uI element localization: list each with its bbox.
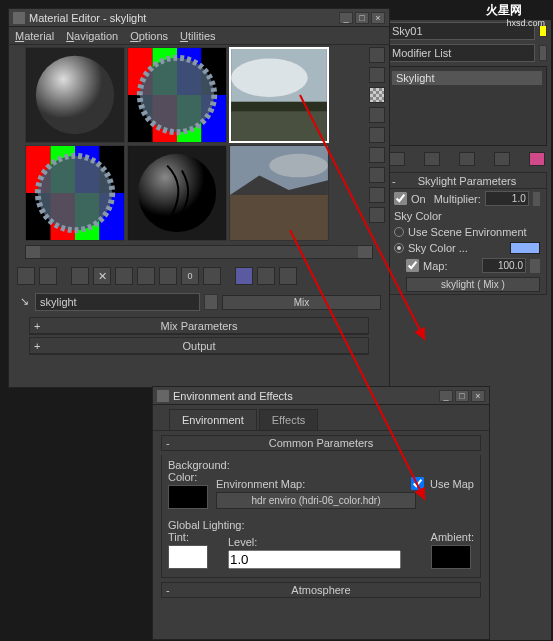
map-checkbox[interactable]	[406, 259, 419, 272]
modifier-list-dropdown[interactable]	[387, 44, 535, 62]
map-amount-spinner[interactable]	[530, 259, 540, 273]
use-scene-env-radio[interactable]	[394, 227, 404, 237]
go-forward-icon[interactable]	[279, 267, 297, 285]
show-map-icon[interactable]	[203, 267, 221, 285]
select-by-mat-icon[interactable]	[369, 187, 385, 203]
material-name-row: ↘ Mix	[9, 289, 389, 315]
tab-environment[interactable]: Environment	[169, 409, 257, 430]
name-dropdown-icon[interactable]	[204, 294, 218, 310]
material-type-button[interactable]: Mix	[222, 295, 381, 310]
level-label: Level:	[228, 536, 401, 548]
titlebar[interactable]: Material Editor - skylight _ □ ×	[9, 9, 389, 27]
pin-stack-icon[interactable]	[389, 152, 405, 166]
close-button[interactable]: ×	[471, 390, 485, 402]
rollout-header[interactable]: -Skylight Parameters	[388, 173, 546, 189]
menu-options[interactable]: Options	[130, 30, 168, 42]
reset-map-icon[interactable]: ✕	[93, 267, 111, 285]
rollout-header-mix[interactable]: +Mix Parameters	[30, 318, 368, 334]
close-button[interactable]: ×	[371, 12, 385, 24]
sample-slot-2[interactable]	[127, 47, 227, 143]
stack-toolbar	[383, 148, 551, 170]
watermark-url: hxsd.com	[506, 18, 545, 28]
make-copy-icon[interactable]	[115, 267, 133, 285]
global-lighting-label: Global Lighting:	[168, 519, 474, 531]
sample-slot-6[interactable]	[229, 145, 329, 241]
pick-material-icon[interactable]: ↘	[17, 295, 31, 309]
material-id-icon[interactable]: 0	[181, 267, 199, 285]
sample-slot-3[interactable]	[229, 47, 329, 143]
remove-modifier-icon[interactable]	[494, 152, 510, 166]
sky-color-label: Sky Color ...	[408, 242, 468, 254]
put-to-library-icon[interactable]	[159, 267, 177, 285]
background-icon[interactable]	[369, 87, 385, 103]
menu-utilities[interactable]: Utilities	[180, 30, 215, 42]
menu-material[interactable]: MMaterialaterial	[15, 30, 54, 42]
svg-rect-14	[231, 107, 327, 142]
modifier-stack[interactable]: Skylight	[387, 66, 547, 146]
multiplier-field[interactable]	[485, 191, 529, 206]
common-parameters-header[interactable]: -Common Parameters	[161, 435, 481, 451]
show-end-result-icon[interactable]	[424, 152, 440, 166]
show-end-result-icon[interactable]	[235, 267, 253, 285]
environment-effects-window: Environment and Effects _ □ × Environmen…	[152, 386, 490, 640]
background-label: Background:	[168, 459, 474, 471]
env-map-label: Environment Map:	[216, 478, 405, 490]
multiplier-label: Multiplier:	[434, 193, 481, 205]
rollout-header-output[interactable]: +Output	[30, 338, 368, 354]
maximize-button[interactable]: □	[355, 12, 369, 24]
dropdown-arrow-icon[interactable]	[539, 45, 547, 61]
map-label: Map:	[423, 260, 447, 272]
minimize-button[interactable]: _	[339, 12, 353, 24]
options-icon[interactable]	[369, 167, 385, 183]
sample-slot-4[interactable]	[25, 145, 125, 241]
map-amount-field[interactable]	[482, 258, 526, 273]
configure-sets-icon[interactable]	[529, 152, 545, 166]
get-material-icon[interactable]	[17, 267, 35, 285]
make-unique-icon[interactable]	[459, 152, 475, 166]
on-checkbox[interactable]	[394, 192, 407, 205]
env-titlebar[interactable]: Environment and Effects _ □ ×	[153, 387, 489, 405]
modifier-stack-item[interactable]: Skylight	[392, 71, 542, 85]
sample-scrollbar[interactable]	[25, 245, 373, 259]
minimize-button[interactable]: _	[439, 390, 453, 402]
ambient-swatch[interactable]	[431, 545, 471, 569]
go-to-parent-icon[interactable]	[257, 267, 275, 285]
background-group: Background: Color: Environment Map: Use …	[161, 455, 481, 578]
menu-navigation[interactable]: Navigation	[66, 30, 118, 42]
sky-color-radio[interactable]	[394, 243, 404, 253]
make-unique-icon[interactable]	[137, 267, 155, 285]
env-map-button[interactable]: hdr enviro (hdri-06_color.hdr)	[216, 492, 416, 509]
atmosphere-header[interactable]: -Atmosphere	[161, 582, 481, 598]
level-field[interactable]	[228, 550, 401, 569]
scroll-left-icon[interactable]	[26, 246, 40, 258]
mat-map-nav-icon[interactable]	[369, 207, 385, 223]
tab-effects[interactable]: Effects	[259, 409, 318, 430]
background-color-swatch[interactable]	[168, 485, 208, 509]
skylight-parameters-rollout: -Skylight Parameters On Multiplier: Sky …	[387, 172, 547, 295]
backlight-icon[interactable]	[369, 67, 385, 83]
video-check-icon[interactable]	[369, 127, 385, 143]
sky-color-swatch[interactable]	[510, 242, 540, 254]
use-map-checkbox[interactable]	[411, 477, 424, 490]
sample-slot-5[interactable]	[127, 145, 227, 241]
multiplier-spinner[interactable]	[533, 192, 540, 206]
material-toolbar: ✕ 0	[9, 263, 389, 289]
svg-point-33	[269, 154, 328, 178]
make-preview-icon[interactable]	[369, 147, 385, 163]
sample-type-icon[interactable]	[369, 47, 385, 63]
scroll-right-icon[interactable]	[358, 246, 372, 258]
use-scene-env-label: Use Scene Environment	[408, 226, 527, 238]
maximize-button[interactable]: □	[455, 390, 469, 402]
material-name-field[interactable]	[35, 293, 200, 311]
map-slot-button[interactable]: skylight ( Mix )	[406, 277, 540, 292]
put-to-scene-icon[interactable]	[39, 267, 57, 285]
color-label: Color:	[168, 471, 208, 483]
tint-swatch[interactable]	[168, 545, 208, 569]
window-title: Material Editor - skylight	[29, 12, 339, 24]
svg-rect-31	[230, 195, 328, 240]
sample-uv-icon[interactable]	[369, 107, 385, 123]
tint-label: Tint:	[168, 531, 208, 543]
assign-to-selection-icon[interactable]	[71, 267, 89, 285]
watermark-logo: 火星网	[459, 0, 549, 20]
sample-slot-1[interactable]	[25, 47, 125, 143]
